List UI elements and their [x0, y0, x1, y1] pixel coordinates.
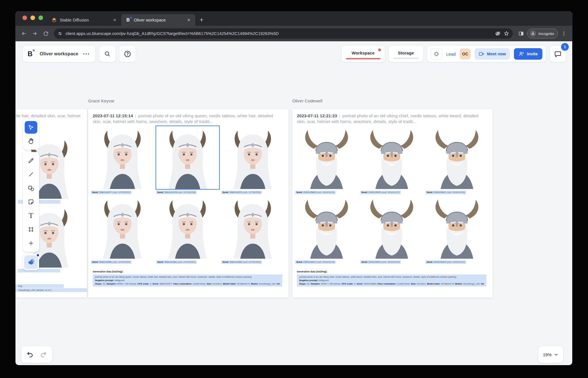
tab-close-icon[interactable]: [186, 17, 191, 23]
generation-data-title: Generation data (txt2img):: [297, 270, 489, 273]
panel-oliver-codewell: Oliver Codewell 2023-07-11 12:21:23 | po…: [292, 98, 493, 298]
generation-data[interactable]: Generation data (txt2img): portrait phot…: [93, 270, 285, 287]
window-controls: [18, 11, 47, 26]
text-tool-icon: T: [29, 212, 33, 219]
address-bar[interactable]: client.apps.us.bluescape.com/pv-hzqGb_A1…: [54, 28, 513, 39]
generation-data-block[interactable]: portrait photo of an old viking chief, n…: [297, 274, 486, 287]
line-tool-button[interactable]: [25, 168, 37, 181]
seed-label[interactable]: Seed: 3584142981 (sub: 107092561): [156, 260, 197, 264]
image-cell[interactable]: Seed: 3584142980 (sub: 107092560): [91, 196, 154, 264]
select-tool-button[interactable]: [25, 121, 37, 134]
image-cell[interactable]: Seed: 2909125869 (sub: 363424216): [295, 126, 358, 194]
close-window-button[interactable]: [22, 15, 27, 20]
image-cell[interactable]: Seed: 3584142982 (sub: 107092562): [221, 196, 284, 264]
comments-button[interactable]: 1: [550, 46, 566, 62]
redo-button[interactable]: [39, 350, 48, 359]
bluescape-logo: B: [28, 50, 32, 57]
card-header: 2023-07-11 12:21:23 | portrait photo of …: [297, 113, 489, 126]
incognito-badge: Incognito: [527, 29, 558, 38]
pen-tool-button[interactable]: [25, 154, 37, 167]
fullscreen-window-button[interactable]: [38, 15, 43, 20]
chevron-down-icon: [554, 352, 558, 357]
bluescape-icon: B: [125, 17, 131, 23]
image-cell[interactable]: Seed: 3584142979 (sub: 107092559): [221, 126, 284, 194]
reload-button[interactable]: [41, 29, 51, 38]
avatar[interactable]: OC: [460, 48, 471, 59]
assistant-bird-button[interactable]: [24, 255, 38, 269]
image-cell[interactable]: Seed: 2909125872 (sub: 363424219): [295, 196, 358, 264]
collaboration-card: Lead OC Meet now Invite: [427, 46, 546, 62]
image-cell[interactable]: Seed: 2909125873 (sub: 363424220): [360, 196, 423, 264]
browser-menu-icon[interactable]: [559, 29, 569, 38]
tab-label: Stable Diffusion: [60, 18, 109, 22]
generation-data-block[interactable]: portrait photo of an old viking queen, n…: [93, 274, 282, 287]
help-button[interactable]: [119, 46, 136, 62]
image-cell[interactable]: Seed: 2909125874 (sub: 363424221): [425, 196, 488, 264]
image-cell[interactable]: Seed: 2909125871 (sub: 363424218): [425, 126, 488, 194]
panel-grace-keyvar: Grace Keyvar 2023-07-11 12:15:14 | portr…: [88, 98, 289, 298]
stable-diffusion-icon: [51, 17, 57, 23]
tab-close-icon[interactable]: [112, 17, 117, 23]
image-grid: Seed: 2909125869 (sub: 363424216) Seed: …: [295, 126, 489, 264]
site-info-icon[interactable]: [57, 31, 63, 36]
tab-stable-diffusion[interactable]: Stable Diffusion: [47, 14, 121, 26]
seed-label[interactable]: Seed: 2909125869 (sub: 363424216): [295, 191, 336, 194]
generation-card[interactable]: 2023-07-11 12:15:14 | portrait photo of …: [88, 109, 289, 298]
generation-prompt: portrait photo of an old viking chief, n…: [299, 275, 484, 279]
seed-label[interactable]: Seed: 2909125873 (sub: 363424220): [360, 260, 401, 264]
seed-label[interactable]: Seed: 2909125870 (sub: 363424217): [360, 191, 401, 194]
shapes-tool-button[interactable]: [25, 182, 37, 194]
invite-button[interactable]: Invite: [514, 48, 542, 60]
meet-now-button[interactable]: Meet now: [475, 48, 510, 60]
generation-card[interactable]: 2023-07-11 12:21:23 | portrait photo of …: [292, 109, 493, 298]
pan-tool-button[interactable]: [25, 135, 37, 147]
generation-data-title: Generation data (txt2img):: [93, 270, 285, 273]
seed-label[interactable]: Seed: 2909125872 (sub: 363424219): [295, 260, 336, 264]
seed-label[interactable]: Seed: 3584142982 (sub: 107092562): [221, 260, 262, 264]
search-button[interactable]: [99, 46, 115, 62]
frame-tool-button[interactable]: [25, 223, 37, 236]
image-cell[interactable]: Seed: 3584142977 (sub: 107092557): [91, 126, 154, 194]
eye-off-icon[interactable]: [495, 31, 501, 36]
seed-label[interactable]: Seed: 3584142977 (sub: 107092557): [91, 191, 131, 194]
zoom-control[interactable]: 19%: [538, 346, 563, 363]
storage-progress-track: [393, 58, 419, 59]
image-cell[interactable]: Seed: 3584142981 (sub: 107092561): [156, 196, 219, 264]
seed-label[interactable]: Seed: 3584142978 (sub: 107092558): [156, 191, 197, 194]
image-cell[interactable]: Seed: 2909125870 (sub: 363424217): [360, 126, 423, 194]
back-button[interactable]: [19, 29, 29, 38]
seed-label[interactable]: Seed: 3584142979 (sub: 107092559): [221, 191, 262, 194]
seed-label[interactable]: Seed: 2909125874 (sub: 363424221): [425, 260, 466, 264]
workspace-menu-icon[interactable]: [82, 52, 91, 56]
comments-badge: 1: [561, 43, 569, 51]
tab-workspace[interactable]: Workspace: [342, 46, 385, 62]
generation-prompt: portrait photo of an old viking queen, n…: [95, 275, 280, 279]
help-icon: [124, 50, 131, 58]
bookmark-star-icon[interactable]: [504, 31, 509, 36]
generated-image: [360, 126, 423, 189]
new-tab-button[interactable]: [197, 15, 206, 24]
generation-data[interactable]: Generation data (txt2img): portrait phot…: [297, 270, 489, 287]
pointer-sparkle-button[interactable]: [431, 48, 442, 60]
divider: [36, 50, 36, 58]
seed-label[interactable]: Seed: 2909125871 (sub: 363424218): [425, 191, 466, 194]
canvas[interactable]: white hair, detailed skin, scar, helmet …: [16, 41, 572, 365]
assistant-card: [23, 254, 39, 270]
undo-button[interactable]: [26, 350, 35, 359]
forward-button[interactable]: [30, 29, 40, 38]
tab-storage[interactable]: Storage: [389, 46, 423, 62]
tab-oliver-workspace[interactable]: B Oliver workspace: [121, 14, 195, 26]
minimize-window-button[interactable]: [30, 15, 35, 20]
image-cell[interactable]: Seed: 3584142978 (sub: 107092558): [156, 126, 219, 194]
note-tool-button[interactable]: [25, 196, 37, 208]
generated-image: [360, 196, 423, 259]
seed-label[interactable]: Seed: 3584142980 (sub: 107092560): [91, 260, 131, 264]
prompt-fragment: white hair, detailed skin, scar, helmet: [16, 113, 87, 119]
generation-negative-prompt: Negative prompt: disfigured: [299, 279, 484, 282]
generated-image: [221, 126, 284, 189]
add-tool-button[interactable]: [25, 237, 37, 250]
side-panel-icon[interactable]: [516, 29, 526, 38]
assistant-badge: [36, 254, 40, 257]
text-tool-button[interactable]: T: [25, 209, 37, 222]
url-text[interactable]: client.apps.us.bluescape.com/pv-hzqGb_A1…: [65, 31, 492, 36]
